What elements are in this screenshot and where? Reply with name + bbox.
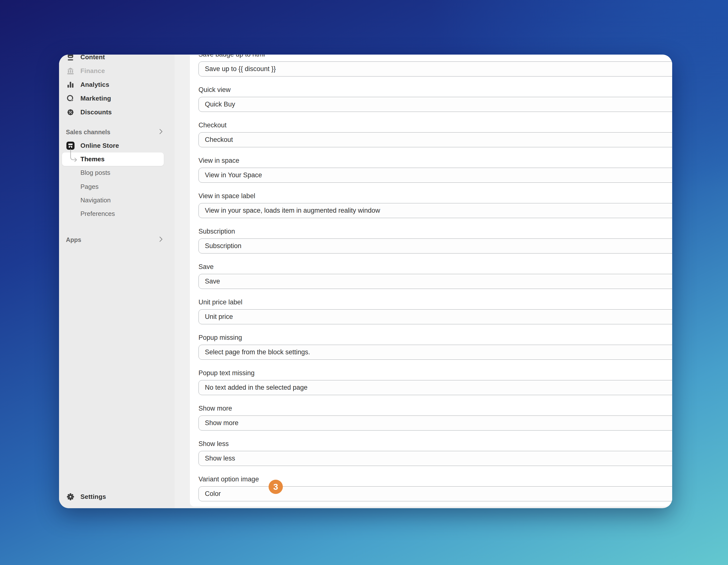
- admin-window: Content Finance Analytics Marketing Disc: [59, 55, 672, 508]
- field-popup-missing: Popup missing: [198, 333, 672, 360]
- save-badge-input[interactable]: [198, 62, 672, 77]
- field-label: Popup text missing: [198, 369, 672, 377]
- field-label: View in space label: [198, 192, 672, 200]
- marketing-icon: [66, 94, 75, 103]
- section-label: Apps: [66, 236, 81, 244]
- field-save-badge: Save badge up to html: [198, 55, 672, 77]
- sidebar: Content Finance Analytics Marketing Disc: [59, 55, 175, 508]
- sidebar-item-label: Online Store: [80, 142, 119, 150]
- sidebar-item-themes-active[interactable]: Themes: [62, 153, 164, 166]
- field-checkout: Checkout: [198, 121, 672, 147]
- field-label: Quick view: [198, 86, 672, 94]
- finance-icon: [66, 67, 75, 75]
- sidebar-item-label: Pages: [80, 183, 99, 191]
- sidebar-section-apps[interactable]: Apps: [59, 233, 170, 247]
- translations-panel: Save badge up to html Quick view Checkou…: [190, 55, 672, 506]
- chevron-right-icon: [159, 237, 163, 243]
- field-show-less: Show less: [198, 440, 672, 466]
- sidebar-item-content[interactable]: Content: [59, 55, 170, 64]
- sidebar-item-label: Discounts: [80, 108, 112, 116]
- field-show-more: Show more: [198, 404, 672, 430]
- view-in-space-label-input[interactable]: [198, 203, 672, 218]
- sidebar-item-settings[interactable]: Settings: [59, 490, 170, 503]
- sidebar-section-sales-channels[interactable]: Sales channels: [59, 125, 170, 139]
- field-label: Show less: [198, 440, 672, 448]
- subscription-input[interactable]: [198, 239, 672, 254]
- show-more-input[interactable]: [198, 415, 672, 430]
- field-label: Save badge up to html: [198, 55, 672, 59]
- checkout-input[interactable]: [198, 132, 672, 147]
- view-in-space-input[interactable]: [198, 168, 672, 183]
- field-label: View in space: [198, 156, 672, 165]
- discounts-icon: [66, 108, 75, 116]
- quick-view-input[interactable]: [198, 97, 672, 112]
- gear-icon: [66, 493, 75, 501]
- field-label: Subscription: [198, 227, 672, 236]
- popup-text-missing-input[interactable]: [198, 380, 672, 395]
- sidebar-item-label: Preferences: [80, 210, 115, 218]
- desktop-background: { "colors": { "badge_orange": "#e88a3c",…: [0, 0, 728, 565]
- sidebar-item-label: Analytics: [80, 81, 109, 89]
- sidebar-item-discounts[interactable]: Discounts: [59, 105, 170, 119]
- field-subscription: Subscription: [198, 227, 672, 254]
- sidebar-item-preferences[interactable]: Preferences: [59, 207, 170, 221]
- field-label: Popup missing: [198, 333, 672, 342]
- content-icon: [66, 55, 75, 61]
- field-label: Unit price label: [198, 298, 672, 306]
- field-label: Variant option image: [198, 475, 672, 483]
- sidebar-item-analytics[interactable]: Analytics: [59, 78, 170, 92]
- sidebar-item-label: Themes: [80, 155, 105, 163]
- sidebar-item-label: Blog posts: [80, 169, 110, 177]
- chevron-right-icon: [159, 129, 163, 135]
- sidebar-item-label: Finance: [80, 67, 105, 75]
- analytics-icon: [66, 81, 75, 89]
- sidebar-item-label: Marketing: [80, 95, 111, 102]
- popup-missing-input[interactable]: [198, 345, 672, 360]
- sidebar-item-label: Navigation: [80, 197, 111, 204]
- save-input[interactable]: [198, 274, 672, 289]
- field-save: Save: [198, 263, 672, 289]
- show-less-input[interactable]: [198, 451, 672, 466]
- field-view-in-space-label: View in space label: [198, 192, 672, 218]
- step-3-badge: 3: [269, 480, 283, 494]
- field-quick-view: Quick view: [198, 86, 672, 112]
- sidebar-item-online-store[interactable]: Online Store: [59, 139, 170, 153]
- field-view-in-space: View in space: [198, 156, 672, 183]
- field-label: Checkout: [198, 121, 672, 129]
- sidebar-item-label: Content: [80, 55, 105, 61]
- field-label: Save: [198, 263, 672, 271]
- sidebar-item-pages[interactable]: Pages: [59, 180, 170, 194]
- sidebar-item-label: Settings: [80, 493, 106, 501]
- storefront-icon: [66, 142, 75, 150]
- field-unit-price-label: Unit price label: [198, 298, 672, 324]
- unit-price-input[interactable]: [198, 309, 672, 324]
- field-label: Show more: [198, 404, 672, 412]
- sidebar-item-blog-posts[interactable]: Blog posts: [59, 166, 170, 180]
- section-label: Sales channels: [66, 129, 110, 136]
- sidebar-item-navigation[interactable]: Navigation: [59, 194, 170, 207]
- field-popup-text-missing: Popup text missing: [198, 369, 672, 395]
- sidebar-item-marketing[interactable]: Marketing: [59, 92, 170, 105]
- sidebar-item-finance[interactable]: Finance: [59, 64, 170, 78]
